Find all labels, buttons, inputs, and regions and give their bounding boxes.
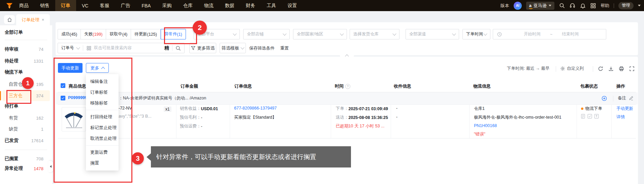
menu-divider [86, 110, 119, 110]
refresh-icon[interactable] [598, 66, 604, 72]
edit-note-icon[interactable] [629, 96, 634, 101]
app-logo-icon[interactable] [5, 2, 13, 10]
headset-icon[interactable] [569, 3, 575, 9]
product-quantity: x1 [164, 106, 171, 112]
tab-order-processing[interactable]: 订单处理 × [16, 14, 50, 25]
nav-item-data[interactable]: 数据 [219, 0, 240, 11]
nav-item-logistics[interactable]: 物流 [198, 0, 219, 11]
customize-columns-button[interactable]: 自定义列 [560, 65, 584, 71]
print-icon[interactable] [619, 66, 624, 72]
sidebar-item-logistics-order[interactable]: 物流下单 [0, 68, 52, 76]
menu-item-return-to-pending[interactable]: 打回待处理 [86, 112, 119, 122]
account-button[interactable]: 管理 [618, 2, 634, 9]
warehouse-select[interactable]: 选择发货仓库 [350, 29, 399, 39]
chevron-down-icon [76, 45, 80, 49]
order-id-link[interactable]: P0999999 [68, 95, 87, 100]
order-row-checkbox[interactable] [61, 96, 65, 100]
search-input[interactable]: 双击可批量搜索内容 [94, 45, 132, 51]
more-actions-menu: 编辑备注 订单标签 移除标签 打回待处理 标记禁止处理 取消禁止处理 更新运费 … [86, 74, 119, 171]
filter-template-button[interactable]: 筛选模板 [220, 43, 246, 53]
marketplace-switcher[interactable]: a 亚马逊 [526, 2, 554, 10]
close-tab-icon[interactable]: × [42, 17, 44, 22]
manual-update-button[interactable]: 手动更新 [58, 63, 83, 73]
sort-toggle[interactable]: 下单时间: 最近 → 最早 [507, 65, 549, 71]
nav-item-fba[interactable]: FBA [136, 0, 156, 11]
sidebar-item-to-print[interactable]: 待打单 [0, 102, 52, 110]
time-field-select[interactable]: 下单时间 [462, 29, 490, 39]
reset-filter-button[interactable]: 重置 [280, 45, 289, 51]
sidebar-item-pending-process[interactable]: 待处理 1331 [0, 57, 52, 65]
sidebar-item-exception-handling[interactable]: 异常处理 1478 [0, 165, 52, 172]
add-circle-icon[interactable] [602, 96, 607, 101]
table-divider [58, 138, 636, 139]
help-icon[interactable]: ? [345, 84, 350, 89]
fullscreen-icon[interactable] [629, 66, 635, 72]
menu-item-cancel-forbidden[interactable]: 取消禁止处理 [86, 133, 119, 144]
status-tab-exception[interactable]: 异常件1 [161, 29, 186, 39]
status-tab-fetching[interactable]: 获取中4 [106, 29, 131, 39]
status-tab-to-update[interactable]: 待更新125 [131, 29, 161, 39]
nav-item-warehouse[interactable]: 仓库 [178, 0, 198, 11]
sidebar-collapse-handle[interactable] [48, 161, 53, 172]
nav-item-tools[interactable]: 工具 [261, 0, 282, 11]
version-label[interactable]: 版本 [501, 3, 509, 9]
notification-bell-icon[interactable] [580, 3, 586, 9]
tracking-number-link[interactable]: PN1H00168 [474, 123, 497, 128]
nav-item-vc[interactable]: VC [76, 0, 94, 11]
account-caret-icon[interactable] [638, 5, 641, 6]
note-label[interactable]: 备注 [618, 95, 626, 101]
nav-item-products[interactable]: 商品 [13, 0, 34, 11]
more-actions-button[interactable]: 更多 [86, 63, 109, 73]
search-field-select[interactable]: 订单号 [61, 45, 74, 51]
sidebar-item-third-party-warehouse[interactable]: 三方仓 374 [0, 92, 52, 99]
nav-item-purchase[interactable]: 采购 [157, 0, 178, 11]
sidebar-item-shipped[interactable]: 已发货 17614 [0, 137, 52, 144]
sidebar-item-on-hold[interactable]: 已搁置 708 [0, 155, 52, 162]
marketplace-label: 亚马逊 [534, 3, 547, 9]
search-submit-icon[interactable] [175, 45, 181, 51]
channel-select[interactable]: 全部渠道 [406, 29, 459, 39]
store-select[interactable]: 全部店铺 [243, 29, 290, 39]
apps-grid-icon[interactable] [590, 3, 596, 9]
filter-collapse-notch[interactable] [340, 53, 354, 58]
more-filters-button[interactable]: 更多筛选 [189, 43, 216, 53]
select-all-checkbox[interactable] [61, 83, 65, 88]
placed-time-line: 下单：2025-07-21 03:09:49 [336, 106, 388, 112]
product-image[interactable] [62, 107, 86, 131]
exact-match-toggle[interactable]: 精 [164, 45, 169, 51]
save-filter-button[interactable]: 保存筛选条件 [249, 45, 275, 51]
menu-item-update-freight[interactable]: 更新运费 [86, 147, 119, 158]
nav-item-finance[interactable]: 财务 [240, 0, 261, 11]
nav-item-orders[interactable]: 订单 [55, 0, 76, 11]
nav-item-service[interactable]: 客服 [94, 0, 115, 11]
nav-item-ads[interactable]: 广告 [115, 0, 136, 11]
sidebar-item-out-of-stock[interactable]: 缺货 1 [0, 125, 52, 133]
status-tab-success[interactable]: 成功45 [58, 29, 81, 39]
help-link[interactable]: 帮助 [601, 3, 609, 9]
sidebar-item-pending-review[interactable]: 待审核 74 [0, 45, 52, 53]
chevron-down-icon [283, 32, 286, 35]
menu-item-hold[interactable]: 搁置 [86, 158, 119, 168]
order-number-link[interactable]: 677-8209866-1379497 [234, 106, 277, 111]
search-icon[interactable] [559, 3, 565, 9]
status-tab-failed[interactable]: 失败199 [81, 29, 106, 39]
country-select[interactable]: 全部国家/地区 [293, 29, 347, 39]
menu-item-order-tag[interactable]: 订单标签 [86, 87, 119, 98]
column-divider [230, 104, 230, 138]
date-range-input[interactable]: 开始时间 ~ 结束时间 [493, 29, 606, 39]
logistics-channel: 极风海外仓-极风海外仓-lhc-oms-order-test-001 [474, 115, 561, 120]
menu-item-remove-tag[interactable]: 移除标签 [86, 98, 119, 109]
nav-item-sales[interactable]: 销售 [34, 0, 55, 11]
home-tab-button[interactable] [4, 15, 15, 24]
batch-search-icon[interactable] [87, 46, 91, 51]
menu-item-edit-note[interactable]: 编辑备注 [86, 76, 119, 87]
download-icon[interactable] [608, 66, 614, 72]
row-manual-update-link[interactable]: 手动更新 [616, 106, 633, 112]
sidebar-item-in-stock[interactable]: 有货 162 [0, 114, 52, 122]
ai-assistant-button[interactable]: AI [514, 2, 522, 10]
sidebar-item-all-orders[interactable]: 全部订单 [0, 29, 52, 36]
menu-item-mark-forbidden[interactable]: 标记禁止处理 [86, 122, 119, 133]
nav-item-settings[interactable]: 设置 [282, 0, 303, 11]
row-detail-link[interactable]: 详情 [616, 114, 625, 120]
col-header-product: 商品信息 [69, 83, 86, 89]
